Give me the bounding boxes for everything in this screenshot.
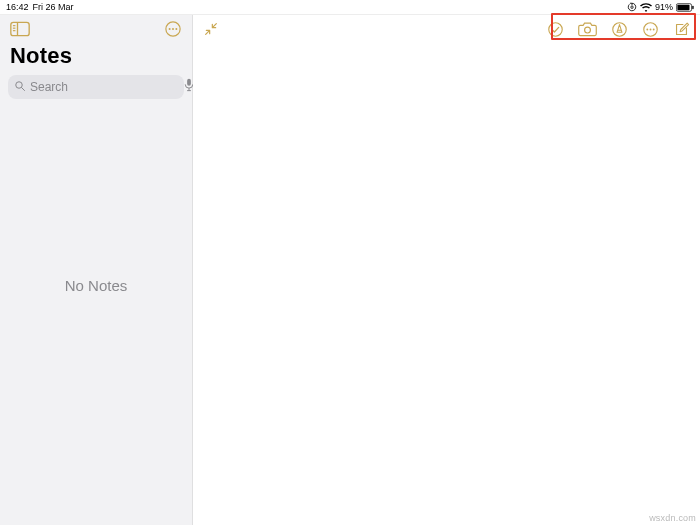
svg-point-12: [175, 28, 177, 30]
markup-button[interactable]: [611, 21, 628, 38]
svg-point-19: [585, 27, 591, 33]
search-input[interactable]: [30, 80, 180, 94]
arrows-collapse-icon: [203, 21, 219, 37]
search-field[interactable]: [8, 75, 184, 99]
svg-rect-4: [11, 22, 29, 35]
status-right: 91%: [627, 2, 694, 12]
sidebar-toggle-icon: [10, 21, 30, 37]
svg-point-23: [650, 28, 652, 30]
sidebar: Notes No Notes: [0, 15, 193, 525]
svg-rect-3: [692, 5, 693, 8]
empty-notes-label: No Notes: [0, 105, 192, 525]
status-left: 16:42 Fri 26 Mar: [6, 2, 74, 12]
search-icon: [14, 78, 26, 96]
svg-line-14: [22, 88, 25, 91]
svg-rect-15: [187, 79, 191, 86]
status-date: Fri 26 Mar: [33, 2, 74, 12]
app: Notes No Notes: [0, 14, 700, 525]
new-note-button[interactable]: [673, 21, 690, 38]
status-time: 16:42: [6, 2, 29, 12]
page-title: Notes: [0, 43, 192, 75]
wifi-icon: [640, 3, 652, 12]
compose-icon: [673, 21, 690, 38]
svg-point-18: [549, 22, 562, 35]
note-canvas[interactable]: [193, 15, 700, 525]
svg-rect-2: [677, 4, 689, 10]
orientation-lock-icon: [627, 2, 637, 12]
status-bar: 16:42 Fri 26 Mar 91%: [0, 0, 700, 14]
checkmark-circle-icon: [547, 21, 564, 38]
canvas-tools: [547, 21, 690, 38]
svg-point-22: [646, 28, 648, 30]
battery-icon: [676, 3, 694, 12]
camera-icon: [578, 21, 597, 37]
canvas-topbar: [193, 15, 700, 43]
ellipsis-circle-icon: [642, 21, 659, 38]
checklist-button[interactable]: [547, 21, 564, 38]
sidebar-toggle-button[interactable]: [10, 21, 30, 37]
watermark: wsxdn.com: [649, 513, 696, 523]
svg-rect-0: [631, 6, 633, 8]
note-more-button[interactable]: [642, 21, 659, 38]
collapse-button[interactable]: [203, 21, 219, 37]
svg-point-10: [169, 28, 171, 30]
svg-point-11: [172, 28, 174, 30]
sidebar-topbar: [0, 15, 192, 43]
ellipsis-circle-icon: [164, 20, 182, 38]
camera-button[interactable]: [578, 21, 597, 37]
battery-percent: 91%: [655, 2, 673, 12]
pencil-tip-circle-icon: [611, 21, 628, 38]
svg-point-24: [653, 28, 655, 30]
more-options-button[interactable]: [164, 20, 182, 38]
